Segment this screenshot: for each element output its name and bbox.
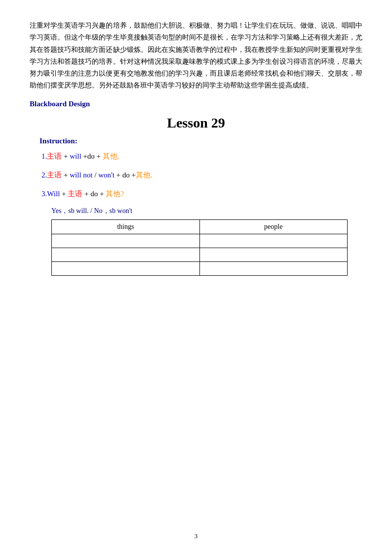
line3-num: 3. [41, 190, 47, 198]
table-header-row: things people [52, 219, 348, 234]
blackboard-title: Blackboard Design [30, 100, 362, 108]
line2-plus2: + do + [115, 171, 136, 179]
line3-other: 其他? [106, 190, 124, 198]
line3-plus2: + do + [82, 190, 106, 198]
instruction-label: Instruction: [39, 137, 362, 145]
table-row [52, 248, 348, 261]
lesson-section: Lesson 29 [30, 115, 362, 131]
line1-will: will [70, 152, 81, 160]
table-cell-r1c1 [52, 234, 200, 248]
line3-will: Will [47, 190, 60, 198]
line2-wont: won't [98, 171, 115, 179]
table-cell-r3c2 [199, 261, 348, 275]
grammar-line-2: 2.主语 + will not / won't + do +其他. [39, 169, 362, 181]
line2-not: not [83, 171, 92, 179]
table-cell-r2c1 [52, 248, 200, 261]
table-header-things: things [52, 219, 200, 234]
yes-no-line: Yes，sb will. / No，sb won't [39, 207, 362, 215]
line2-plus1: + [62, 171, 70, 179]
instruction-block: Instruction: 1.主语 + will +do + 其他. 2.主语 … [30, 137, 362, 276]
table-header-people: people [199, 219, 348, 234]
line2-subject: 主语 [47, 171, 62, 179]
line3-subject: 主语 [68, 190, 82, 198]
line1-plus1: + [62, 152, 70, 160]
line3-space: + [60, 190, 68, 198]
line2-num: 2. [41, 171, 47, 179]
line1-plus2: +do + [81, 152, 103, 160]
grammar-line-3: 3.Will + 主语 + do + 其他? [39, 188, 362, 200]
vocab-table: things people [51, 219, 348, 276]
page: 注重对学生英语学习兴趣的培养，鼓励他们大胆说、积极做、努力唱！让学生们在玩玩、做… [0, 0, 392, 555]
table-row [52, 234, 348, 248]
intro-paragraph: 注重对学生英语学习兴趣的培养，鼓励他们大胆说、积极做、努力唱！让学生们在玩玩、做… [30, 20, 362, 92]
line1-subject: 主语 [47, 152, 62, 160]
lesson-heading: Lesson 29 [30, 115, 362, 131]
line2-slash: / [92, 171, 98, 179]
grammar-line-1: 1.主语 + will +do + 其他. [39, 150, 362, 162]
line2-will: will [70, 171, 81, 179]
table-cell-r1c2 [199, 234, 348, 248]
table-cell-r3c1 [52, 261, 200, 275]
table-row [52, 261, 348, 275]
line1-num: 1. [41, 152, 47, 160]
table-cell-r2c2 [199, 248, 348, 261]
line2-other: 其他. [136, 171, 153, 179]
page-number: 3 [195, 532, 198, 540]
line1-other: 其他. [103, 152, 119, 160]
